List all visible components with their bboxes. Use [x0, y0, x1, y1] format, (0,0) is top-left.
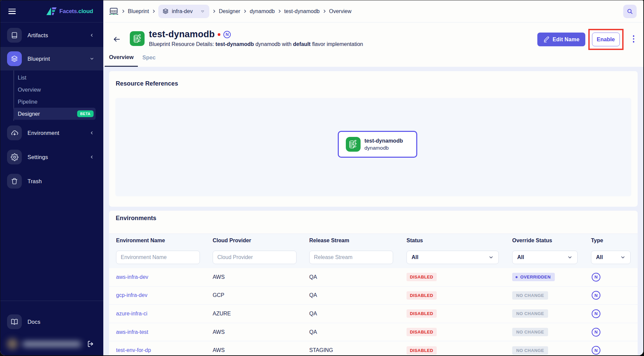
release-stream-value: QA	[309, 292, 317, 298]
override-status-badge: NO CHANGE	[512, 291, 548, 300]
node-text: test-dynamodb dynamodb	[365, 138, 403, 151]
project-selector-pill[interactable]: infra-dev	[158, 5, 209, 18]
user-name-redacted	[22, 342, 81, 347]
column-header-type: Type	[591, 238, 631, 244]
caret-down-icon	[201, 9, 205, 13]
sidebar-item-docs[interactable]: Docs	[0, 311, 103, 333]
type-filter-select[interactable]: All	[591, 251, 631, 264]
project-name: infra-dev	[172, 8, 193, 14]
enable-button[interactable]: Enable	[592, 33, 620, 46]
cloud-provider-filter-input[interactable]	[213, 251, 297, 264]
column-header-release-stream: Release Stream	[309, 238, 407, 244]
chevron-down-icon	[620, 255, 626, 260]
type-filter-value: All	[596, 254, 603, 260]
resource-node[interactable]: test-dynamodb dynamodb	[338, 131, 417, 158]
chevron-down-icon	[90, 56, 94, 61]
environment-name-link[interactable]: azure-infra-ci	[116, 311, 147, 316]
submenu-item-overview[interactable]: Overview	[14, 84, 96, 96]
main-area: DEMO Blueprint	[103, 0, 643, 355]
environment-name-link[interactable]: aws-infra-test	[116, 329, 148, 335]
submenu-item-pipeline[interactable]: Pipeline	[14, 96, 96, 108]
environment-name-filter-input[interactable]	[116, 251, 200, 264]
submenu-item-label: List	[18, 74, 26, 81]
hamburger-menu-icon[interactable]	[8, 9, 16, 14]
status-badge: DISABLED	[407, 346, 437, 355]
sidebar-item-label: Environment	[28, 130, 59, 136]
sidebar-item-label: Trash	[28, 178, 42, 185]
release-stream-filter-input[interactable]	[309, 251, 393, 264]
environment-name-link[interactable]: aws-infra-dev	[116, 274, 148, 280]
unsaved-dot	[218, 33, 220, 36]
sidebar-item-artifacts[interactable]: Artifacts	[0, 23, 103, 47]
status-badge: DISABLED	[407, 309, 437, 318]
release-stream-value: QA	[309, 311, 317, 316]
search-button[interactable]	[623, 5, 637, 18]
blueprint-icon	[7, 51, 22, 66]
tab-overview[interactable]: Overview	[105, 52, 138, 67]
demo-label: DEMO	[111, 9, 117, 12]
title-block: test-dynamodb N Blueprint Resource Detai…	[149, 29, 363, 47]
sidebar-item-settings[interactable]: Settings	[0, 145, 103, 169]
sidebar: Facets.cloud Artifacts	[0, 0, 103, 355]
table-filter-row: All All	[109, 251, 638, 264]
dynamodb-resource-icon	[130, 31, 145, 46]
chevron-right-icon	[121, 9, 125, 13]
breadcrumb-test-dynamodb[interactable]: test-dynamodb	[284, 8, 320, 14]
facets-logo-icon	[46, 7, 57, 16]
environment-name-link[interactable]: test-env-for-dp	[116, 347, 151, 353]
sidebar-item-environment[interactable]: Environment	[0, 121, 103, 145]
type-badge-icon[interactable]: N	[592, 346, 600, 355]
chevron-left-icon	[90, 131, 94, 135]
release-stream-value: QA	[309, 274, 317, 280]
sidebar-item-trash[interactable]: Trash	[0, 169, 103, 193]
sidebar-item-label: Blueprint	[28, 56, 50, 62]
cloud-provider-value: AWS	[213, 329, 225, 335]
status-filter-value: All	[412, 254, 418, 260]
cloud-provider-value: AWS	[213, 274, 225, 280]
search-icon	[627, 8, 633, 15]
type-badge-icon[interactable]: N	[592, 273, 600, 282]
node-title: test-dynamodb	[365, 138, 403, 144]
column-header-status: Status	[407, 238, 512, 244]
edit-name-button[interactable]: Edit Name	[537, 33, 585, 46]
avatar	[7, 339, 18, 349]
pencil-icon	[543, 36, 549, 43]
header-actions: Edit Name Enable	[537, 29, 635, 50]
type-badge-icon[interactable]: N	[592, 328, 600, 337]
override-status-badge: NO CHANGE	[512, 328, 548, 336]
breadcrumb-overview: Overview	[329, 8, 352, 14]
breadcrumb-blueprint[interactable]: Blueprint	[128, 8, 149, 14]
breadcrumb-dynamodb[interactable]: dynamodb	[250, 8, 275, 14]
chevron-left-icon	[90, 33, 94, 38]
environment-icon	[7, 125, 22, 140]
sidebar-item-blueprint[interactable]: Blueprint	[0, 47, 103, 70]
annotation-highlight-box: Enable	[588, 29, 624, 50]
table-row: test-env-for-dpAWSSTAGINGDISABLEDNO CHAN…	[109, 341, 638, 355]
status-badge: DISABLED	[407, 291, 437, 300]
release-stream-value: QA	[309, 329, 317, 335]
kebab-menu-icon[interactable]	[633, 35, 635, 43]
cloud-provider-value: GCP	[213, 292, 224, 298]
chevron-right-icon	[277, 9, 282, 13]
tabs: Overview Spec	[103, 52, 635, 67]
breadcrumb-designer[interactable]: Designer	[219, 8, 240, 14]
type-badge-icon[interactable]: N	[592, 291, 600, 300]
dynamodb-node-icon	[346, 137, 361, 152]
environment-name-link[interactable]: gcp-infra-dev	[116, 292, 147, 298]
tab-spec[interactable]: Spec	[138, 52, 160, 67]
override-status-filter-select[interactable]: All	[512, 251, 578, 264]
beta-badge: BETA	[77, 110, 94, 117]
back-arrow-icon[interactable]	[113, 35, 121, 43]
environments-card: Environments Environment Name Cloud Prov…	[109, 211, 638, 355]
chevron-right-icon	[322, 9, 327, 13]
type-badge-icon[interactable]: N	[592, 309, 600, 318]
logout-icon[interactable]	[87, 340, 95, 348]
override-status-filter-value: All	[517, 254, 524, 260]
status-filter-select[interactable]: All	[407, 251, 499, 264]
submenu-item-designer[interactable]: Designer BETA	[13, 108, 96, 120]
user-row[interactable]	[0, 333, 103, 355]
chevron-right-icon	[152, 9, 156, 13]
submenu-item-list[interactable]: List	[14, 71, 96, 84]
demo-laptop-icon: DEMO	[109, 7, 118, 15]
environments-title: Environments	[116, 215, 156, 222]
